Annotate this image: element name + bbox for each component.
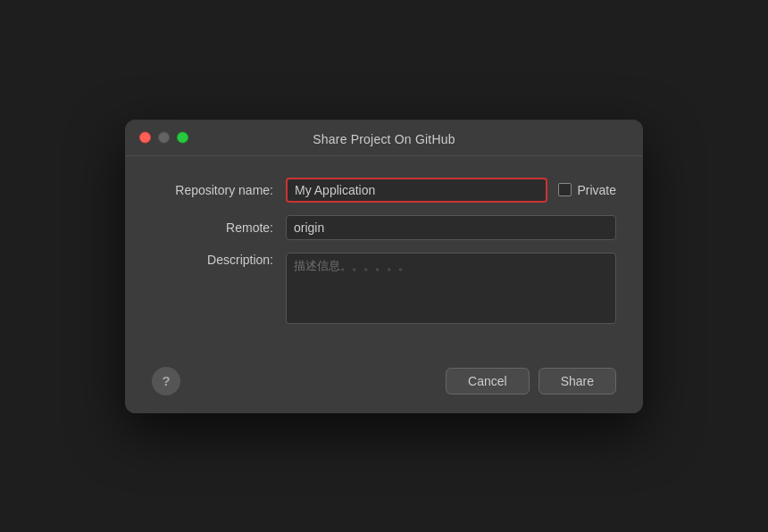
maximize-button[interactable]	[177, 131, 188, 143]
private-label: Private	[577, 183, 616, 197]
repo-name-input[interactable]	[286, 178, 547, 203]
repo-name-row: Repository name: Private	[152, 178, 616, 203]
description-input[interactable]	[286, 253, 616, 324]
help-button[interactable]: ?	[152, 367, 180, 395]
dialog-footer: ? Cancel Share	[125, 358, 643, 413]
minimize-button[interactable]	[158, 131, 170, 143]
cancel-button[interactable]: Cancel	[446, 368, 530, 395]
repo-input-section: Private	[286, 178, 616, 203]
traffic-lights	[139, 131, 188, 143]
remote-row: Remote:	[152, 215, 616, 240]
close-button[interactable]	[139, 131, 151, 143]
remote-input[interactable]	[286, 215, 616, 240]
description-label: Description:	[152, 253, 286, 267]
footer-actions: Cancel Share	[446, 368, 616, 395]
dialog-window: Share Project On GitHub Repository name:…	[125, 120, 643, 413]
share-button[interactable]: Share	[538, 368, 616, 395]
title-bar: Share Project On GitHub	[125, 120, 643, 155]
remote-label: Remote:	[152, 220, 286, 235]
title-divider	[125, 155, 643, 156]
window-title: Share Project On GitHub	[313, 132, 455, 146]
repo-name-label: Repository name:	[152, 183, 286, 197]
dialog-body: Repository name: Private Remote: Descrip…	[125, 160, 643, 358]
private-checkbox[interactable]	[558, 183, 572, 196]
private-section: Private	[558, 183, 616, 197]
help-icon: ?	[162, 373, 170, 388]
description-row: Description:	[152, 253, 616, 324]
